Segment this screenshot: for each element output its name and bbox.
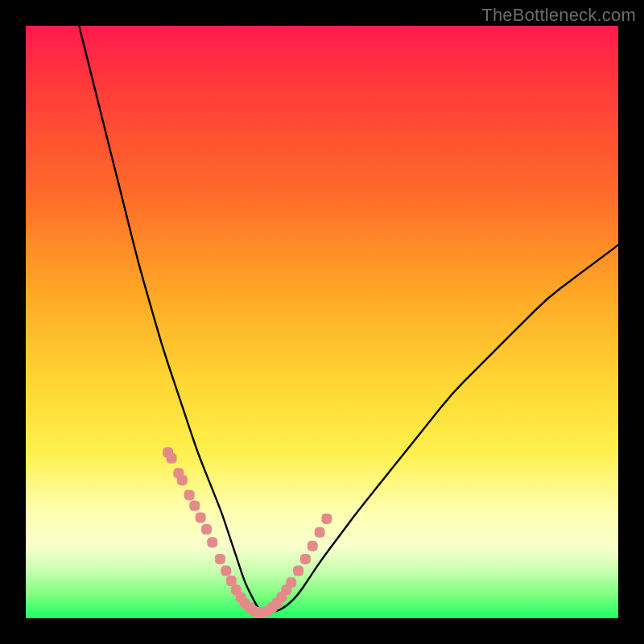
marker-dot — [300, 554, 311, 564]
plot-area — [26, 26, 618, 618]
marker-dot — [286, 577, 296, 588]
marker-dot — [308, 541, 318, 551]
marker-dot — [221, 566, 231, 576]
marker-dot — [184, 489, 195, 500]
marker-dot — [315, 527, 325, 538]
outer-frame: TheBottleneck.com — [0, 0, 644, 644]
marker-dot — [167, 453, 177, 464]
marker-dot — [293, 566, 303, 576]
highlight-markers — [163, 447, 332, 617]
bottleneck-curve — [79, 26, 618, 613]
chart-svg — [26, 26, 618, 618]
marker-dot — [201, 524, 212, 535]
marker-dot — [177, 475, 188, 485]
marker-dot — [215, 554, 225, 564]
marker-dot — [226, 576, 237, 586]
marker-dot — [207, 537, 217, 547]
marker-dot — [196, 512, 206, 522]
watermark-text: TheBottleneck.com — [481, 5, 636, 26]
marker-dot — [321, 514, 332, 524]
marker-dot — [189, 501, 200, 511]
